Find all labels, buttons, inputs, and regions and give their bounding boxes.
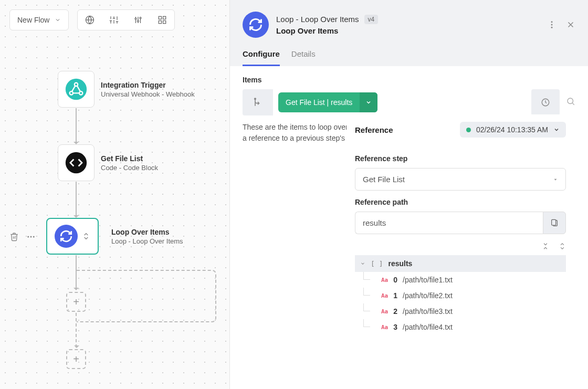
globe-button[interactable] (78, 10, 102, 30)
connector (76, 108, 77, 144)
string-type-icon: Aa (381, 292, 388, 299)
top-toolbar: New Flow (9, 9, 175, 30)
reference-step-select[interactable]: Get File List (355, 168, 566, 191)
node-icon-code (58, 144, 94, 181)
result-index: 3 (393, 323, 397, 331)
flow-selector[interactable]: New Flow (9, 9, 69, 30)
node-label: Loop Over Items Loop - Loop Over Items (111, 228, 183, 245)
trash-icon[interactable] (9, 232, 19, 241)
result-item[interactable]: Aa2/path/to/file3.txt (355, 303, 566, 319)
sliders-button[interactable] (102, 10, 126, 30)
chevron-down-icon (553, 127, 560, 133)
panel-node-type: Loop Over Items (276, 26, 540, 35)
reference-step-value: Get File List (363, 175, 405, 184)
add-step-button[interactable]: + (66, 292, 86, 312)
node-label: Integration Trigger Universal Webhook - … (101, 81, 195, 98)
sliders-alt-icon (133, 15, 143, 25)
clipboard-button[interactable] (543, 212, 566, 234)
loop-icon (248, 17, 263, 32)
items-type-prefix[interactable] (243, 89, 273, 115)
reference-path-value: results (363, 218, 386, 227)
node-loop-over-items[interactable]: Loop Over Items Loop - Loop Over Items (46, 218, 183, 255)
string-type-icon: Aa (381, 324, 388, 331)
svg-rect-17 (159, 16, 162, 19)
svg-rect-40 (552, 219, 556, 225)
string-type-icon: Aa (381, 308, 388, 315)
svg-point-14 (138, 20, 139, 22)
connector (76, 255, 77, 290)
tab-details[interactable]: Details (291, 49, 316, 66)
panel-node-name: Loop - Loop Over Items (276, 15, 359, 24)
svg-line-37 (572, 103, 574, 104)
search-icon (566, 97, 575, 106)
result-item[interactable]: Aa0/path/to/file1.txt (355, 272, 566, 288)
flow-name: New Flow (17, 16, 49, 24)
collapse-all-icon[interactable] (542, 243, 549, 250)
expand-all-icon[interactable] (559, 243, 566, 250)
svg-point-30 (551, 24, 553, 26)
node-integration-trigger[interactable]: Integration Trigger Universal Webhook - … (58, 71, 195, 108)
reference-pill-text: Get File List | results (278, 92, 360, 112)
node-get-file-list[interactable]: Get File List Code - Code Block (58, 144, 158, 181)
sliders-alt-button[interactable] (126, 10, 150, 30)
loop-icon (59, 229, 73, 243)
more-vertical-icon[interactable] (547, 20, 556, 29)
result-index: 2 (393, 307, 397, 316)
svg-rect-20 (163, 21, 166, 24)
tree-controls (355, 243, 566, 250)
node-subtitle: Universal Webhook - Webhook (101, 90, 195, 98)
sliders-icon (109, 15, 119, 25)
panel-tabs: Configure Details (243, 49, 575, 66)
result-value: /path/to/file3.txt (403, 307, 453, 316)
reference-timestamp: 02/26/24 10:13:35 AM (476, 125, 548, 134)
panel-header: Loop - Loop Over Items v4 Loop Over Item… (230, 0, 588, 66)
results-root-name: results (388, 259, 412, 268)
expand-button[interactable] (566, 97, 575, 108)
svg-point-29 (551, 21, 553, 23)
result-item[interactable]: Aa3/path/to/file4.txt (355, 319, 566, 335)
connector-dashed (76, 313, 77, 348)
svg-point-31 (551, 27, 553, 28)
reference-path-input[interactable]: results (355, 212, 543, 234)
field-label-items: Items (243, 76, 575, 84)
svg-point-12 (135, 18, 136, 19)
svg-rect-19 (159, 21, 162, 24)
chevron-down-icon (360, 261, 365, 266)
result-value: /path/to/file2.txt (403, 291, 453, 300)
close-icon[interactable] (566, 20, 575, 29)
svg-point-16 (140, 17, 141, 19)
webhook-icon (65, 78, 88, 101)
results-root-row[interactable]: [ ] results (355, 255, 566, 272)
toolbar-icon-group (77, 9, 175, 30)
more-icon[interactable] (26, 232, 36, 241)
svg-point-26 (27, 236, 29, 238)
reference-pill-caret[interactable] (360, 92, 377, 112)
node-icon-trigger (58, 71, 94, 108)
reference-popover: Reference 02/26/24 10:13:35 AM Reference… (346, 114, 574, 343)
grid-icon (158, 15, 167, 25)
reference-pill[interactable]: Get File List | results (278, 92, 377, 112)
string-type-icon: Aa (381, 277, 388, 283)
result-item[interactable]: Aa1/path/to/file2.txt (355, 288, 566, 303)
node-subtitle: Code - Code Block (101, 164, 158, 172)
tab-configure[interactable]: Configure (243, 49, 280, 66)
node-actions (9, 232, 36, 241)
svg-point-25 (66, 152, 87, 173)
chevron-down-icon (55, 17, 61, 23)
svg-point-21 (66, 79, 87, 100)
history-button[interactable] (531, 89, 560, 115)
reference-timestamp-selector[interactable]: 02/26/24 10:13:35 AM (460, 122, 566, 138)
grid-button[interactable] (150, 10, 174, 30)
items-field-row: Get File List | results (243, 89, 575, 115)
svg-marker-38 (554, 178, 557, 180)
svg-point-34 (255, 98, 256, 100)
svg-point-27 (30, 236, 32, 238)
node-label: Get File List Code - Code Block (101, 154, 158, 172)
ref-path-label: Reference path (355, 198, 566, 206)
svg-rect-18 (163, 16, 166, 19)
svg-point-36 (568, 98, 573, 104)
connector (76, 182, 77, 217)
add-step-after-loop-button[interactable]: + (66, 349, 86, 369)
array-bracket-icon: [ ] (371, 260, 383, 268)
results-tree: [ ] results Aa0/path/to/file1.txtAa1/pat… (355, 255, 566, 335)
